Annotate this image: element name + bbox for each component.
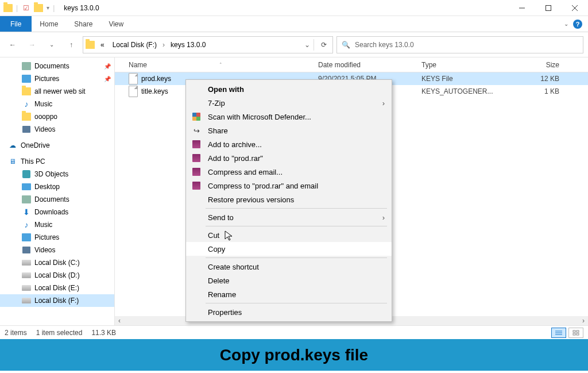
quick-access-item[interactable]: Pictures📌: [0, 72, 114, 85]
sidebar-label: This PC: [21, 157, 45, 166]
context-menu-item[interactable]: Properties: [186, 305, 392, 319]
onedrive-item[interactable]: ☁OneDrive: [0, 139, 114, 152]
disk-icon: [22, 258, 31, 267]
file-size: 12 KB: [513, 75, 559, 83]
search-box[interactable]: 🔍 Search keys 13.0.0: [336, 36, 583, 53]
file-icon: [129, 73, 138, 84]
col-name[interactable]: Name: [129, 61, 147, 69]
context-menu-item[interactable]: ↪ Share: [186, 124, 392, 137]
scroll-right-icon[interactable]: ›: [579, 317, 588, 325]
documents-icon: [22, 195, 31, 204]
context-menu-label: Scan with Microsoft Defender...: [208, 113, 311, 121]
documents-icon: [22, 61, 31, 71]
this-pc-child[interactable]: Local Disk (E:): [0, 282, 114, 294]
context-menu-item[interactable]: 7-Zip ›: [186, 96, 392, 110]
crumb-0[interactable]: Local Disk (F:): [110, 41, 159, 49]
context-menu-label: Cut: [208, 231, 219, 240]
recent-dropdown[interactable]: ⌄: [44, 37, 60, 53]
crumb-sep-icon[interactable]: ›: [163, 41, 165, 49]
context-menu-item[interactable]: Open with: [186, 82, 392, 96]
nav-pane[interactable]: Documents📌Pictures📌all newer web sit♪Mus…: [0, 57, 115, 325]
this-pc-child[interactable]: 3D Objects: [0, 168, 114, 180]
context-menu-item[interactable]: Compress and email...: [186, 165, 392, 179]
this-pc-child[interactable]: Desktop: [0, 180, 114, 193]
refresh-icon[interactable]: ⟳: [318, 41, 330, 49]
this-pc-child[interactable]: Documents: [0, 193, 114, 206]
context-menu-item[interactable]: Rename: [186, 287, 392, 301]
folder-qat-icon[interactable]: [34, 3, 43, 13]
this-pc-child[interactable]: Local Disk (C:): [0, 256, 114, 269]
qat-dropdown-icon[interactable]: ▾: [47, 5, 49, 11]
desktop-icon: [22, 182, 31, 191]
forward-button[interactable]: →: [24, 37, 40, 53]
sidebar-label: Pictures: [34, 75, 59, 83]
downloads-icon: ⬇: [22, 207, 31, 217]
col-type[interactable]: Type: [421, 61, 513, 69]
onedrive-icon: ☁: [8, 141, 17, 150]
close-button[interactable]: [562, 0, 588, 16]
address-bar[interactable]: « Local Disk (F:) › keys 13.0.0 ⌄ ⟳: [83, 36, 333, 53]
large-icons-view-button[interactable]: [568, 328, 583, 338]
quick-access-item[interactable]: Documents📌: [0, 60, 114, 72]
this-pc-child[interactable]: Local Disk (D:): [0, 269, 114, 282]
folder-icon: [22, 87, 31, 96]
svg-rect-10: [577, 333, 579, 335]
tab-share[interactable]: Share: [66, 16, 100, 32]
disk-icon: [22, 271, 31, 280]
context-menu-item[interactable]: Add to "prod.rar": [186, 151, 392, 165]
help-icon[interactable]: ?: [573, 20, 582, 29]
nav-row: ← → ⌄ ↑ « Local Disk (F:) › keys 13.0.0 …: [0, 32, 588, 57]
quick-access-item[interactable]: ♪Music: [0, 98, 114, 110]
address-dropdown-icon[interactable]: ⌄: [304, 41, 310, 49]
crumb-1[interactable]: keys 13.0.0: [168, 41, 208, 49]
context-menu-item[interactable]: Scan with Microsoft Defender...: [186, 110, 392, 124]
context-menu-item[interactable]: Delete: [186, 274, 392, 287]
scroll-left-icon[interactable]: ‹: [115, 317, 124, 325]
maximize-button[interactable]: [535, 0, 562, 16]
tab-view[interactable]: View: [100, 16, 131, 32]
quick-access-item[interactable]: oooppo: [0, 110, 114, 123]
col-date[interactable]: Date modified: [318, 61, 421, 69]
file-name: prod.keys: [141, 75, 171, 83]
context-menu-item[interactable]: Cut: [186, 228, 392, 242]
sidebar-label: Documents: [34, 62, 69, 70]
minimize-button[interactable]: [509, 0, 535, 16]
ribbon-tabs: File Home Share View ⌄ ?: [0, 16, 588, 32]
context-menu-separator: [206, 257, 387, 258]
file-name: title.keys: [141, 87, 168, 95]
ribbon-expand-icon[interactable]: ⌄: [564, 21, 568, 27]
this-pc-child[interactable]: ⬇Downloads: [0, 206, 114, 218]
this-pc-child[interactable]: ♪Music: [0, 218, 114, 231]
this-pc-child[interactable]: Local Disk (F:): [0, 294, 114, 307]
back-button[interactable]: ←: [5, 37, 21, 53]
up-button[interactable]: ↑: [63, 37, 79, 53]
this-pc-child[interactable]: Videos: [0, 244, 114, 256]
svg-rect-1: [546, 5, 551, 10]
folder-icon: [3, 3, 13, 13]
status-count: 2 items: [5, 329, 27, 337]
tab-home[interactable]: Home: [32, 16, 66, 32]
this-pc-item[interactable]: 🖥This PC: [0, 155, 114, 168]
quick-access-item[interactable]: all newer web sit: [0, 85, 114, 98]
file-tab[interactable]: File: [0, 16, 32, 32]
details-view-button[interactable]: [551, 328, 566, 338]
context-menu-item[interactable]: Compress to "prod.rar" and email: [186, 179, 392, 193]
properties-qat-icon[interactable]: ☑: [21, 3, 30, 13]
col-size[interactable]: Size: [513, 61, 559, 69]
quick-access-item[interactable]: Videos: [0, 123, 114, 136]
search-placeholder: Search keys 13.0.0: [355, 41, 414, 49]
instruction-caption: Copy prod.keys file: [0, 339, 588, 371]
context-menu-item[interactable]: Restore previous versions: [186, 193, 392, 206]
context-menu-label: Add to archive...: [208, 140, 262, 149]
this-pc-child[interactable]: Pictures: [0, 231, 114, 244]
sidebar-label: Videos: [34, 246, 55, 254]
crumb-prefix[interactable]: «: [98, 41, 107, 49]
context-menu-item[interactable]: Create shortcut: [186, 260, 392, 274]
context-menu-label: Share: [208, 126, 228, 135]
search-icon: 🔍: [342, 41, 350, 49]
context-menu-item[interactable]: Send to ›: [186, 210, 392, 224]
context-menu-item[interactable]: Copy: [186, 242, 392, 256]
sidebar-label: Music: [34, 100, 52, 108]
column-headers[interactable]: Name ˄ Date modified Type Size: [115, 57, 588, 72]
context-menu-item[interactable]: Add to archive...: [186, 137, 392, 151]
